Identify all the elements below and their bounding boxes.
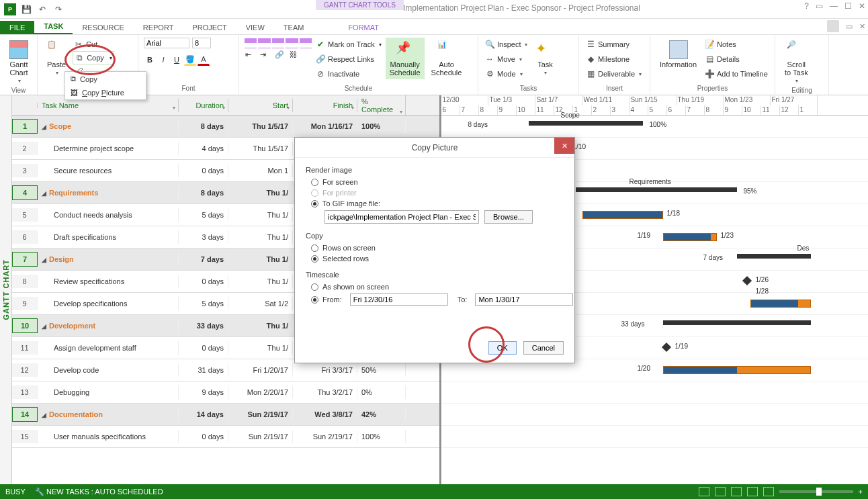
bold-button[interactable]: B [144, 54, 156, 66]
radio-rows-on-screen[interactable]: Rows on screen [311, 244, 564, 252]
respect-links-button[interactable]: 🔗Respect Links [314, 52, 383, 66]
redo-icon[interactable]: ↷ [52, 3, 64, 15]
status-newtasks[interactable]: 🔧 NEW TASKS : AUTO SCHEDULED [35, 488, 163, 496]
col-task-name[interactable]: Task Name▾ [38, 99, 179, 112]
summary-bar-development[interactable] [663, 320, 811, 325]
unlink-button[interactable]: ⛓ [289, 50, 302, 60]
font-color-button[interactable]: A [198, 54, 210, 66]
summary-bar-requirements[interactable] [576, 187, 737, 192]
manually-schedule-button[interactable]: 📌 Manually Schedule [386, 38, 425, 79]
mark-on-track-button[interactable]: ✔Mark on Track▾ [314, 38, 383, 51]
zoom-slider[interactable] [779, 490, 853, 493]
link-button[interactable]: 🔗 [274, 50, 288, 60]
task-button[interactable]: ✦ Task [531, 38, 558, 79]
menu-copy-picture[interactable]: 🖼Copy Picture [65, 86, 146, 99]
progress-100-button[interactable] [300, 38, 312, 48]
view-network-icon[interactable] [731, 487, 742, 496]
mode-button[interactable]: ⚙Mode [484, 67, 529, 81]
ribbon-collapse-icon[interactable]: ▭ [816, 1, 823, 11]
move-button[interactable]: ↔Move [484, 52, 529, 66]
summary-bar-scope[interactable] [529, 121, 643, 126]
outdent-button[interactable]: ⇤ [245, 50, 258, 60]
gif-path-input[interactable] [324, 210, 479, 224]
progress-50-button[interactable] [272, 38, 284, 48]
progress-25-button[interactable] [258, 38, 270, 48]
deliverable-button[interactable]: ▦Deliverable [584, 67, 643, 81]
dialog-close-button[interactable]: ✕ [554, 138, 574, 154]
date-from-input[interactable] [350, 293, 448, 306]
table-row[interactable]: 13Debugging9 daysMon 2/20/17Thu 3/2/170% [12, 381, 439, 404]
undo-icon[interactable]: ↶ [36, 3, 48, 15]
table-row[interactable]: 1◢Scope8 daysThu 1/5/17Mon 1/16/17100% [12, 116, 439, 138]
col-duration[interactable]: Duration▾ [179, 99, 228, 112]
close-icon[interactable]: ✕ [859, 1, 865, 11]
task-bar[interactable] [663, 366, 811, 374]
radio-to-gif[interactable]: To GIF image file: [311, 199, 564, 208]
view-calendar-icon[interactable] [747, 487, 758, 496]
task-bar[interactable] [582, 211, 663, 219]
information-button[interactable]: Information [656, 38, 701, 71]
progress-0-button[interactable] [245, 38, 257, 48]
bg-color-button[interactable]: 🪣 [184, 54, 196, 66]
radio-from-to[interactable]: From: To: [311, 293, 564, 306]
inspect-button[interactable]: 🔍Inspect [484, 38, 529, 51]
milestone-marker[interactable] [661, 343, 670, 352]
milestone-button[interactable]: ◆Milestone [584, 52, 643, 66]
col-start[interactable]: Start▾ [228, 99, 293, 112]
radio-selected-rows[interactable]: Selected rows [311, 255, 564, 263]
indent-button[interactable]: ⇥ [259, 50, 273, 60]
details-button[interactable]: ▤Details [703, 52, 769, 66]
tab-view[interactable]: VIEW [236, 21, 274, 34]
italic-button[interactable]: I [157, 54, 169, 66]
scroll-to-task-button[interactable]: 🔎 Scroll to Task [781, 38, 812, 87]
tab-project[interactable]: PROJECT [183, 21, 236, 34]
col-finish[interactable]: Finish▾ [293, 99, 357, 112]
bar-label: 7 days [703, 254, 723, 261]
tab-report[interactable]: REPORT [134, 21, 183, 34]
col-pct-complete[interactable]: % Complete▾ [357, 95, 406, 116]
mdi-restore-icon[interactable]: ▭ [846, 22, 853, 31]
font-name-input[interactable] [144, 38, 189, 48]
save-icon[interactable]: 💾 [20, 3, 32, 15]
maximize-icon[interactable]: ☐ [844, 1, 852, 11]
milestone-marker[interactable] [742, 276, 751, 285]
font-size-input[interactable] [192, 38, 211, 48]
browse-button[interactable]: Browse... [484, 210, 533, 224]
zoom-in-icon[interactable]: + [859, 488, 863, 496]
inactivate-button[interactable]: ⊘Inactivate [314, 67, 383, 81]
col-indicator[interactable] [12, 103, 38, 108]
summary-bar-design[interactable] [737, 254, 811, 259]
tab-task[interactable]: TASK [34, 19, 73, 34]
radio-for-screen[interactable]: For screen [311, 178, 564, 186]
tab-team[interactable]: TEAM [274, 21, 314, 34]
task-bar[interactable] [750, 300, 811, 308]
underline-button[interactable]: U [171, 54, 183, 66]
mdi-close-icon[interactable]: ✕ [859, 22, 865, 31]
user-icon[interactable] [827, 20, 839, 32]
view-usage-icon[interactable] [715, 487, 726, 496]
gantt-chart-button[interactable]: Gantt Chart [5, 38, 32, 87]
table-row[interactable]: 15User manuals specifications0 daysSun 2… [12, 426, 439, 448]
table-row[interactable]: 14◢Documentation14 daysSun 2/19/17Wed 3/… [12, 404, 439, 426]
help-icon[interactable]: ? [804, 1, 809, 11]
add-timeline-button[interactable]: ➕Add to Timeline [703, 67, 769, 81]
auto-schedule-button[interactable]: 📊 Auto Schedule [427, 38, 466, 79]
view-strip[interactable]: GANTT CHART [0, 95, 12, 484]
menu-copy[interactable]: ⧉Copy [65, 72, 146, 86]
date-to-input[interactable] [475, 293, 573, 306]
tab-file[interactable]: FILE [0, 21, 34, 34]
view-gantt-icon[interactable] [699, 487, 709, 496]
copy-button[interactable]: ⧉Copy▾ [73, 51, 114, 64]
notes-button[interactable]: 📝Notes [703, 38, 769, 51]
tab-format[interactable]: FORMAT [339, 21, 388, 34]
minimize-icon[interactable]: — [830, 1, 838, 11]
tab-resource[interactable]: RESOURCE [73, 21, 133, 34]
summary-button[interactable]: ☰Summary [584, 38, 643, 51]
view-resource-icon[interactable] [763, 487, 774, 496]
radio-as-shown[interactable]: As shown on screen [311, 283, 564, 291]
ok-button[interactable]: OK [488, 341, 517, 355]
task-bar[interactable] [663, 233, 717, 241]
progress-75-button[interactable] [286, 38, 298, 48]
cancel-button[interactable]: Cancel [523, 341, 564, 355]
cut-button[interactable]: ✂Cut [73, 38, 114, 51]
